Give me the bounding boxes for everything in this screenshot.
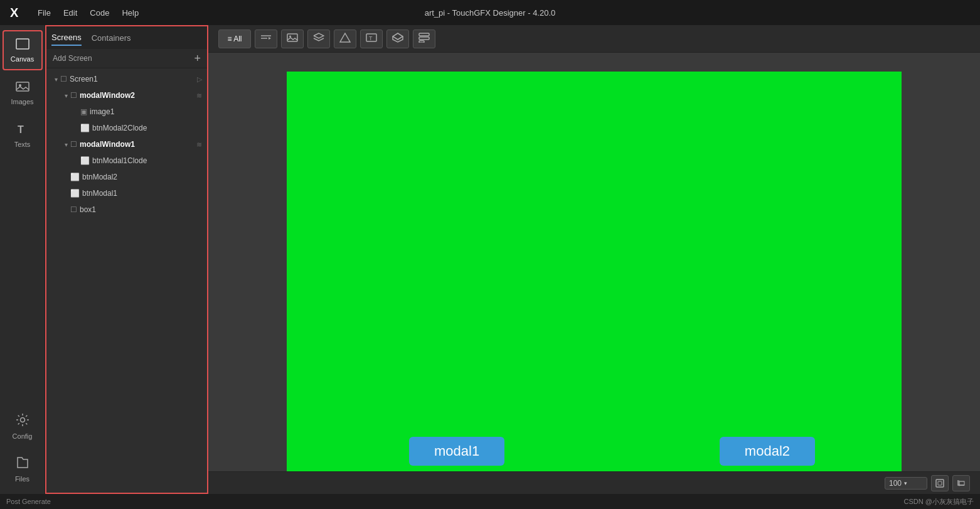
svg-rect-18: [959, 481, 964, 485]
sidebar-item-files-label: Files: [15, 475, 29, 483]
svg-point-6: [20, 417, 24, 422]
image-tool-icon: [287, 33, 298, 44]
btnmodal2clode-icon: ⬜: [80, 124, 90, 132]
image1-label: image1: [90, 107, 202, 116]
toolbar-layers-button[interactable]: [307, 29, 330, 48]
tree-area: ▾ ☐ Screen1 ▷ ▾ ☐ modalWindow2 ≋ ▣ image…: [46, 68, 207, 493]
sidebar-item-canvas[interactable]: Canvas: [3, 30, 43, 70]
3d-icon: [392, 33, 403, 45]
sidebar-item-images-label: Images: [11, 98, 33, 105]
btnmodal1-icon: ⬜: [70, 189, 80, 198]
tree-item-btnmodal1clode[interactable]: ⬜ btnModal1Clode: [46, 153, 207, 169]
status-left: Post Generate: [6, 498, 51, 505]
svg-marker-10: [340, 33, 350, 42]
zoom-selector[interactable]: 100 ▾: [885, 477, 927, 490]
modalwindow2-icon: ☐: [70, 91, 77, 100]
modal1-button[interactable]: modal1: [409, 437, 504, 466]
add-screen-row: Add Screen +: [46, 49, 207, 68]
add-screen-button[interactable]: +: [194, 53, 201, 64]
toolbar-stack-button[interactable]: [413, 29, 435, 48]
canvas-area: modal1 modal2 100 ▾: [208, 53, 980, 494]
svg-rect-14: [419, 37, 429, 40]
toolbar-3d-button[interactable]: [386, 29, 409, 48]
toolbar-all-button[interactable]: ≡ All: [218, 29, 251, 48]
tab-screens[interactable]: Screens: [51, 30, 82, 46]
tree-item-btnmodal1[interactable]: ⬜ btnModal1: [46, 185, 207, 201]
fit-screen-button[interactable]: [931, 475, 949, 491]
arrow-modalwindow1: ▾: [61, 141, 70, 148]
svg-rect-15: [419, 41, 424, 43]
sidebar-item-texts[interactable]: T Texts: [3, 115, 43, 156]
tree-item-screen1[interactable]: ▾ ☐ Screen1 ▷: [46, 71, 207, 87]
title-bar: X File Edit Code Help art_pi - TouchGFX …: [0, 0, 980, 25]
shape-icon: [339, 33, 351, 45]
config-icon: [16, 413, 29, 430]
svg-point-9: [289, 36, 291, 38]
modalwindow1-icon: ☐: [70, 140, 77, 149]
tree-item-box1[interactable]: ☐ box1: [46, 201, 207, 218]
top-toolbar: ≡ All: [208, 25, 980, 53]
tree-item-image1[interactable]: ▣ image1: [46, 104, 207, 120]
textbox-icon: T: [366, 33, 377, 44]
panel-tabs: Screens Containers: [46, 26, 207, 49]
btnmodal1clode-label: btnModal1Clode: [92, 156, 202, 165]
btnmodal1-label: btnModal1: [82, 189, 202, 198]
toolbar-image-button[interactable]: [281, 29, 304, 48]
screen1-label: Screen1: [70, 75, 197, 83]
modalwindow2-label: modalWindow2: [80, 91, 196, 100]
svg-rect-3: [16, 82, 29, 91]
menu-help[interactable]: Help: [122, 8, 139, 18]
tree-item-modalwindow1[interactable]: ▾ ☐ modalWindow1 ≋: [46, 136, 207, 153]
tree-item-btnmodal2clode[interactable]: ⬜ btnModal2Clode: [46, 120, 207, 136]
arrow-modalwindow2: ▾: [61, 92, 70, 99]
modalwindow1-extra: ≋: [196, 141, 202, 149]
add-screen-label: Add Screen: [53, 54, 92, 63]
sidebar-item-config[interactable]: Config: [3, 406, 43, 446]
stack-icon: [418, 33, 430, 45]
canvas-icon: [16, 38, 29, 53]
menu-file[interactable]: File: [38, 8, 51, 18]
btnmodal2clode-label: btnModal2Clode: [92, 124, 202, 132]
zoom-value: 100: [889, 479, 902, 488]
svg-rect-16: [936, 480, 944, 487]
toolbar-textbox-button[interactable]: T: [360, 29, 383, 48]
sidebar-item-images[interactable]: Images: [3, 73, 43, 113]
files-icon: [16, 456, 29, 473]
svg-rect-17: [938, 481, 942, 485]
btnmodal2-label: btnModal2: [82, 173, 202, 181]
sidebar-item-files[interactable]: Files: [3, 449, 43, 489]
svg-text:X: X: [10, 6, 19, 19]
main-layout: Canvas Images T Texts: [0, 25, 980, 494]
box1-label: box1: [80, 205, 202, 214]
modal2-button[interactable]: modal2: [720, 437, 815, 466]
svg-text:T: T: [18, 124, 24, 135]
modalwindow2-extra: ≋: [196, 92, 202, 100]
interaction-icon: [260, 33, 272, 44]
arrow-screen1: ▾: [51, 76, 60, 83]
image1-icon: ▣: [80, 107, 87, 116]
screen1-extra: ▷: [197, 75, 202, 83]
crop-button[interactable]: [952, 475, 970, 491]
window-title: art_pi - TouchGFX Designer - 4.20.0: [425, 8, 556, 18]
btnmodal1clode-icon: ⬜: [80, 156, 90, 165]
logo-icon: X: [8, 4, 25, 21]
menu-edit[interactable]: Edit: [63, 8, 77, 18]
btnmodal2-icon: ⬜: [70, 173, 80, 181]
menu-code[interactable]: Code: [90, 8, 109, 18]
tab-containers[interactable]: Containers: [92, 31, 131, 45]
left-sidebar: Canvas Images T Texts: [0, 25, 45, 494]
bottom-bar: 100 ▾: [208, 471, 980, 494]
svg-rect-13: [419, 33, 429, 36]
toolbar-shape-button[interactable]: [334, 29, 356, 48]
canvas-content: modal1 modal2: [208, 53, 980, 471]
svg-rect-2: [16, 39, 29, 49]
zoom-dropdown-icon: ▾: [904, 480, 907, 486]
status-right: CSDN @小灰灰搞电子: [904, 497, 974, 506]
toolbar-interaction-button[interactable]: [255, 29, 277, 48]
sidebar-item-canvas-label: Canvas: [11, 55, 34, 63]
texts-icon: T: [16, 124, 29, 138]
box1-icon: ☐: [70, 205, 77, 214]
tree-item-btnmodal2[interactable]: ⬜ btnModal2: [46, 169, 207, 185]
all-label: ≡ All: [227, 35, 242, 43]
tree-item-modalwindow2[interactable]: ▾ ☐ modalWindow2 ≋: [46, 87, 207, 104]
